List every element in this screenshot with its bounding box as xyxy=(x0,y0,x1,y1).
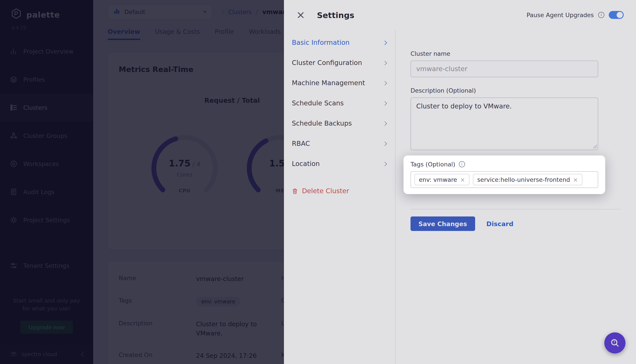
remove-tag-icon[interactable] xyxy=(573,177,578,182)
tag-chip: service:hello-universe-frontend xyxy=(473,174,582,185)
svg-text:?: ? xyxy=(613,340,615,344)
description-textarea[interactable]: Cluster to deploy to VMware. xyxy=(411,98,598,150)
pause-agent-toggle[interactable] xyxy=(609,11,624,19)
nav-item-label: Machine Management xyxy=(292,79,365,87)
tags-spotlight: Tags (Optional) env: vmware service:hell… xyxy=(404,156,605,194)
nav-item-label: Schedule Backups xyxy=(292,120,352,127)
remove-tag-icon[interactable] xyxy=(460,177,465,182)
nav-item-machine-management[interactable]: Machine Management xyxy=(284,73,395,93)
drawer-header: Settings Pause Agent Upgrades xyxy=(284,0,636,30)
help-button[interactable]: ? xyxy=(604,332,625,354)
settings-nav: Basic Information Cluster Configuration … xyxy=(284,30,396,364)
nav-item-label: Location xyxy=(292,160,320,168)
tags-input[interactable]: env: vmware service:hello-universe-front… xyxy=(411,171,598,188)
nav-item-location[interactable]: Location xyxy=(284,154,395,174)
nav-item-basic-information[interactable]: Basic Information xyxy=(284,32,395,53)
info-icon[interactable] xyxy=(459,161,465,167)
form-actions: Save Changes Discard xyxy=(411,216,621,231)
tag-chip-label: service:hello-universe-frontend xyxy=(477,176,570,183)
nav-item-label: Schedule Scans xyxy=(292,99,344,107)
nav-item-label: Cluster Configuration xyxy=(292,59,362,67)
chevron-right-icon xyxy=(383,101,387,106)
chevron-right-icon xyxy=(383,40,387,45)
close-icon[interactable] xyxy=(296,10,305,20)
trash-icon xyxy=(292,188,298,194)
drawer-body: Basic Information Cluster Configuration … xyxy=(284,30,636,364)
basic-information-form: Cluster name Description (Optional) Clus… xyxy=(396,30,636,364)
info-icon[interactable] xyxy=(598,12,604,18)
pause-agent-group: Pause Agent Upgrades xyxy=(527,11,624,19)
search-question-icon: ? xyxy=(610,338,620,348)
nav-item-rbac[interactable]: RBAC xyxy=(284,134,395,154)
chevron-right-icon xyxy=(383,142,387,146)
nav-item-label: Basic Information xyxy=(292,39,350,46)
cluster-name-label: Cluster name xyxy=(411,50,621,57)
drawer-title: Settings xyxy=(317,10,354,20)
tag-chip-label: env: vmware xyxy=(419,176,457,183)
pause-agent-label: Pause Agent Upgrades xyxy=(527,12,594,18)
resize-handle-icon[interactable] xyxy=(593,144,597,148)
cluster-name-input[interactable] xyxy=(411,60,598,77)
tags-label-row: Tags (Optional) xyxy=(411,161,598,168)
tag-chip: env: vmware xyxy=(415,174,469,185)
discard-link[interactable]: Discard xyxy=(486,220,513,227)
save-changes-button[interactable]: Save Changes xyxy=(411,216,475,231)
delete-cluster-button[interactable]: Delete Cluster xyxy=(284,180,395,202)
chevron-right-icon xyxy=(383,162,387,166)
tags-label: Tags (Optional) xyxy=(411,161,455,168)
nav-item-schedule-backups[interactable]: Schedule Backups xyxy=(284,113,395,134)
delete-cluster-label: Delete Cluster xyxy=(302,187,349,195)
nav-item-label: RBAC xyxy=(292,140,310,148)
chevron-right-icon xyxy=(383,121,387,126)
nav-item-schedule-scans[interactable]: Schedule Scans xyxy=(284,93,395,113)
settings-drawer: Settings Pause Agent Upgrades Basic Info… xyxy=(284,0,636,364)
app-window: palette 4.4.19 Project Overview Profiles xyxy=(0,0,636,364)
nav-item-cluster-configuration[interactable]: Cluster Configuration xyxy=(284,53,395,73)
form-divider xyxy=(411,209,621,210)
chevron-right-icon xyxy=(383,60,387,65)
description-label: Description (Optional) xyxy=(411,87,621,94)
chevron-right-icon xyxy=(383,81,387,85)
